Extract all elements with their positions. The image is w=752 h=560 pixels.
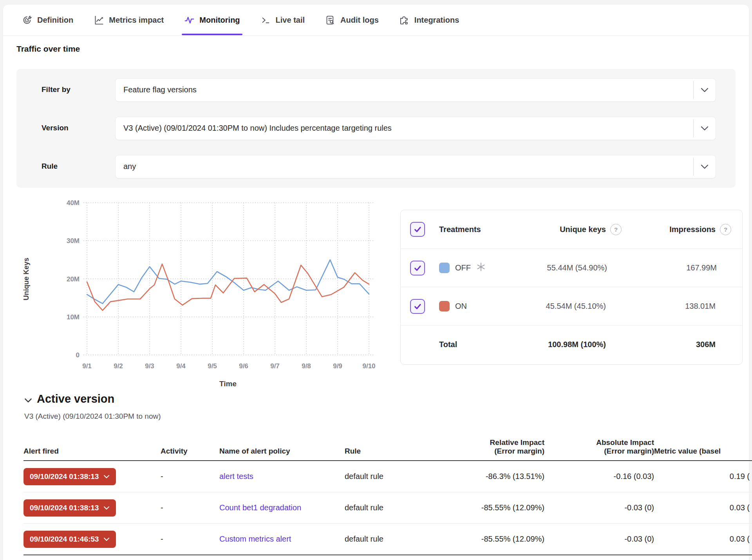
treatments-select-all-checkbox[interactable] xyxy=(410,222,425,237)
collapse-chevron-icon[interactable] xyxy=(24,398,32,403)
alert-row-3: 09/10/2024 01:46:53 - Custom metrics ale… xyxy=(24,524,752,555)
active-version-subtitle: V3 (Active) (09/10/2024 01:30PM to now) xyxy=(24,412,161,421)
svg-text:9/7: 9/7 xyxy=(270,362,280,370)
alert-absolute-impact: -0.03 (0) xyxy=(544,535,654,544)
treatment-row-off: OFF 55.44M (54.90%) 167.99M xyxy=(401,248,742,287)
chevron-down-icon xyxy=(103,475,110,479)
alert-fired-badge[interactable]: 09/10/2024 01:38:13 xyxy=(24,499,116,517)
alert-fired-badge[interactable]: 09/10/2024 01:46:53 xyxy=(24,531,116,548)
alert-activity: - xyxy=(161,503,219,512)
version-select[interactable]: V3 (Active) (09/01/2024 01:30PM to now) … xyxy=(115,117,716,140)
col-absolute-impact: Absolute Impact (Error margin) xyxy=(544,438,654,456)
on-color-swatch xyxy=(439,301,450,312)
col-alert-fired: Alert fired xyxy=(24,447,161,456)
alert-metric-value: 0.03 ( xyxy=(654,535,752,544)
treatments-header-row: Treatments Unique keys ? Impressions ? xyxy=(401,210,742,248)
filter-by-select[interactable]: Feature flag versions xyxy=(115,78,716,102)
treatments-total-row: Total 100.98M (100%) 306M xyxy=(401,325,742,364)
col-activity: Activity xyxy=(161,447,219,456)
alert-absolute-impact: -0.16 (0.03) xyxy=(544,472,654,481)
col-rule: Rule xyxy=(345,447,427,456)
filter-by-label: Filter by xyxy=(42,78,70,101)
svg-text:9/10: 9/10 xyxy=(362,362,375,370)
active-version-title[interactable]: Active version xyxy=(37,393,114,405)
alert-relative-impact: -86.3% (13.51%) xyxy=(427,472,544,481)
alert-rule: default rule xyxy=(345,535,427,544)
svg-text:0: 0 xyxy=(76,351,80,359)
tab-integrations[interactable]: Integrations xyxy=(399,5,459,35)
tab-bar: Definition Metrics impact Monitoring Liv… xyxy=(3,5,749,36)
svg-text:9/9: 9/9 xyxy=(333,362,342,370)
puzzle-icon xyxy=(399,15,410,25)
rule-select[interactable]: any xyxy=(115,155,716,178)
chevron-down-icon xyxy=(103,506,110,510)
alert-policy-link[interactable]: alert tests xyxy=(219,472,253,481)
tab-definition-label: Definition xyxy=(37,16,73,25)
tab-audit-logs[interactable]: Audit logs xyxy=(325,5,379,35)
alert-policy-link[interactable]: Count bet1 degradation xyxy=(219,503,301,512)
off-color-swatch xyxy=(439,263,450,273)
alerts-table-header: Alert fired Activity Name of alert polic… xyxy=(24,430,752,461)
total-impressions: 306M xyxy=(622,340,716,349)
svg-text:9/6: 9/6 xyxy=(239,362,248,370)
svg-text:9/1: 9/1 xyxy=(82,362,92,370)
off-label: OFF xyxy=(455,263,471,272)
chevron-down-icon[interactable] xyxy=(700,126,709,131)
alert-metric-value: 0.03 ( xyxy=(654,503,752,512)
tab-monitoring[interactable]: Monitoring xyxy=(184,5,240,35)
alert-activity: - xyxy=(161,472,219,481)
alert-activity: - xyxy=(161,535,219,544)
total-unique-keys: 100.98M (100%) xyxy=(484,340,606,349)
off-checkbox[interactable] xyxy=(410,261,425,275)
target-icon xyxy=(22,15,33,25)
alert-rule: default rule xyxy=(345,472,427,481)
off-unique-keys: 55.44M (54.90%) xyxy=(486,263,607,272)
version-value: V3 (Active) (09/01/2024 01:30PM to now) … xyxy=(123,117,684,139)
tab-live-tail-label: Live tail xyxy=(276,16,305,25)
on-label: ON xyxy=(455,302,467,311)
impressions-help-icon[interactable]: ? xyxy=(720,224,731,235)
tab-live-tail[interactable]: Live tail xyxy=(260,5,305,35)
svg-text:9/2: 9/2 xyxy=(114,362,123,370)
audit-log-icon xyxy=(325,15,336,25)
svg-text:9/4: 9/4 xyxy=(176,362,186,370)
version-label: Version xyxy=(42,117,69,139)
svg-text:Unique Keys: Unique Keys xyxy=(22,257,30,300)
alert-absolute-impact: -0.03 (0) xyxy=(544,503,654,512)
chevron-down-icon[interactable] xyxy=(700,87,709,93)
tab-integrations-label: Integrations xyxy=(414,16,459,25)
alert-row-1: 09/10/2024 01:38:13 - alert tests defaul… xyxy=(24,461,752,492)
unique-keys-header: Unique keys xyxy=(484,225,606,234)
alert-relative-impact: -85.55% (12.09%) xyxy=(427,535,544,544)
alert-policy-link[interactable]: Custom metrics alert xyxy=(219,535,291,543)
line-chart-icon xyxy=(94,15,104,25)
default-treatment-icon xyxy=(476,262,486,274)
svg-text:9/5: 9/5 xyxy=(208,362,217,370)
tab-audit-logs-label: Audit logs xyxy=(340,16,379,25)
on-checkbox[interactable] xyxy=(410,299,425,314)
chevron-down-icon xyxy=(103,537,110,541)
treatments-header: Treatments xyxy=(439,225,481,234)
alert-rule: default rule xyxy=(345,503,427,512)
tab-definition[interactable]: Definition xyxy=(22,5,73,35)
col-metric-value: Metric value (basel xyxy=(654,447,752,456)
chevron-down-icon[interactable] xyxy=(700,164,709,169)
svg-text:9/3: 9/3 xyxy=(145,362,154,370)
treatment-row-on: ON 45.54M (45.10%) 138.01M xyxy=(401,287,742,325)
treatments-table: Treatments Unique keys ? Impressions ? O… xyxy=(400,210,743,365)
on-unique-keys: 45.54M (45.10%) xyxy=(484,302,606,311)
tab-metrics-impact[interactable]: Metrics impact xyxy=(94,5,164,35)
divider xyxy=(693,81,694,99)
unique-keys-help-icon[interactable]: ? xyxy=(610,224,622,235)
tab-metrics-impact-label: Metrics impact xyxy=(109,16,164,25)
svg-text:10M: 10M xyxy=(67,313,80,321)
filter-panel: Filter by Feature flag versions Version … xyxy=(16,69,736,188)
on-impressions: 138.01M xyxy=(622,302,716,311)
divider xyxy=(693,158,694,176)
svg-text:30M: 30M xyxy=(67,237,80,245)
svg-text:40M: 40M xyxy=(67,199,80,207)
rule-label: Rule xyxy=(42,155,58,178)
alert-metric-value: 0.19 ( xyxy=(654,472,752,481)
divider xyxy=(693,119,694,137)
alert-fired-badge[interactable]: 09/10/2024 01:38:13 xyxy=(24,468,116,485)
